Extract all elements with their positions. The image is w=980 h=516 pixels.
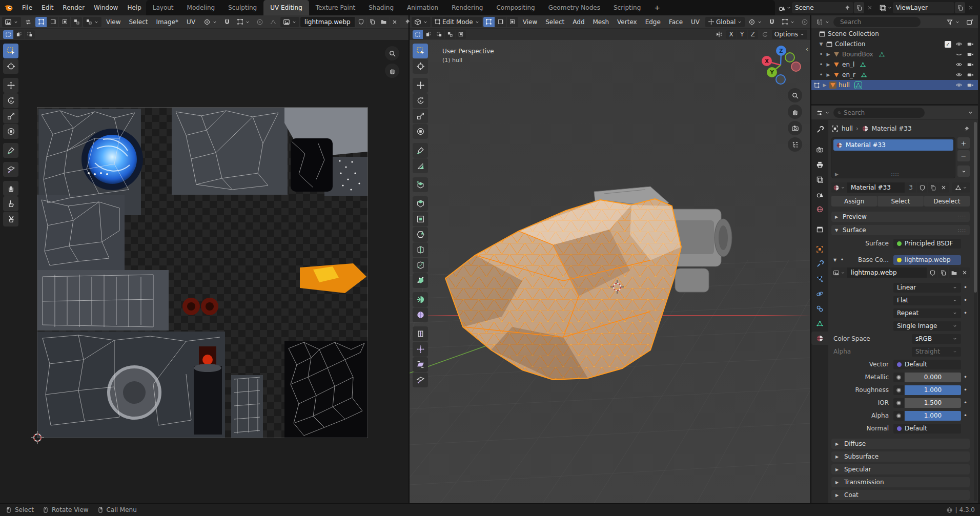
camera-visibility-icon[interactable] [967, 51, 974, 58]
mirror-z-button[interactable]: Z [748, 30, 758, 39]
tab-scripting[interactable]: Scripting [607, 0, 647, 15]
options-dropdown[interactable]: Options [772, 30, 807, 39]
outliner-filter-dropdown[interactable] [944, 17, 963, 27]
tab-geometry-nodes[interactable]: Geometry Nodes [542, 0, 607, 15]
uv-menu-select[interactable]: Select [125, 18, 151, 26]
add-workspace-button[interactable]: + [647, 0, 667, 15]
tab-scene[interactable] [811, 188, 828, 201]
vp-tool-transform[interactable] [413, 124, 428, 139]
vp-tool-knife[interactable] [413, 258, 428, 273]
slot-specials-dropdown[interactable] [957, 166, 970, 177]
expand-caret[interactable]: ▶ [822, 82, 827, 88]
scrollbar-thumb[interactable] [974, 122, 977, 293]
outliner-row-boundbox[interactable]: • ▶ BoundBox [811, 49, 978, 59]
vp-menu-view[interactable]: View [519, 18, 541, 26]
material-slot-active[interactable]: Material #33 [833, 139, 953, 151]
uv-tool-cursor[interactable] [3, 59, 18, 74]
tab-rendering[interactable]: Rendering [445, 0, 489, 15]
vp-tool-rotate[interactable] [413, 93, 428, 108]
extension-dropdown[interactable]: Repeat [893, 308, 961, 318]
uv-selectmode-extend-button[interactable] [14, 30, 24, 39]
panel-preview[interactable]: ▶ Preview :::: [831, 212, 970, 222]
menu-render[interactable]: Render [58, 0, 89, 15]
tab-sculpting[interactable]: Sculpting [221, 0, 263, 15]
uv-proportional-falloff-dropdown[interactable] [267, 17, 279, 27]
eye-icon[interactable] [955, 71, 963, 78]
tab-modifiers[interactable] [811, 257, 828, 271]
uv-tool-move[interactable] [3, 78, 18, 93]
browse-image-button[interactable] [831, 267, 847, 278]
tab-physics[interactable] [811, 287, 828, 300]
vp-tool-shrink-fatten[interactable] [413, 342, 428, 357]
roughness-decorator[interactable] [893, 385, 904, 395]
vp-tool-edge-slide[interactable] [413, 326, 428, 341]
eye-icon[interactable] [955, 81, 963, 89]
tab-modeling[interactable]: Modeling [180, 0, 222, 15]
unlink-material-x-icon[interactable] [938, 182, 949, 193]
select-mode-face-button[interactable] [507, 17, 518, 27]
uv-tool-scale[interactable] [3, 109, 18, 123]
collection-expand-caret[interactable]: ▼ [819, 42, 824, 47]
scene-icon[interactable] [778, 4, 791, 12]
expand-caret[interactable]: ▶ [826, 62, 831, 67]
panel-surface[interactable]: ▼ Surface :::: [831, 225, 970, 235]
expand-caret[interactable]: ▶ [826, 72, 831, 77]
vp-menu-mesh[interactable]: Mesh [589, 18, 613, 26]
select-mode-vert-button[interactable] [483, 17, 495, 27]
interpolation-dropdown[interactable]: Linear [893, 283, 961, 293]
vp-menu-select[interactable]: Select [542, 18, 568, 26]
panel-specular[interactable]: ▶Specular [831, 464, 970, 474]
tab-world[interactable] [811, 202, 828, 216]
vp-tool-smooth[interactable] [413, 307, 428, 322]
vp-tool-annotate[interactable] [413, 143, 428, 158]
tab-collection[interactable] [811, 222, 828, 236]
uv-menu-image[interactable]: Image* [153, 18, 182, 26]
uv-editor-type-button[interactable] [2, 17, 21, 27]
vp-tool-measure[interactable] [413, 158, 428, 173]
unlink-image-x-icon[interactable] [390, 17, 400, 27]
outliner-row-en-l[interactable]: • ▶ en_l [811, 59, 978, 70]
properties-options-chevron[interactable] [965, 108, 976, 118]
new-material-copy-icon[interactable] [928, 182, 938, 193]
vp-pivot-dropdown[interactable] [746, 17, 765, 27]
vp-selectmode-new-button[interactable] [413, 30, 423, 39]
menu-help[interactable]: Help [122, 0, 146, 15]
select-button[interactable]: Select [877, 196, 923, 207]
vp-selectmode-subtract-button[interactable] [434, 30, 444, 39]
outliner-row-hull[interactable]: ▶ hull [811, 80, 978, 90]
uv-selectmode-new-button[interactable] [3, 30, 13, 39]
uv-selectmode-subtract-button[interactable] [25, 30, 35, 39]
vp-snap-toggle[interactable] [766, 17, 778, 27]
tab-render[interactable] [811, 143, 828, 156]
tab-output[interactable] [811, 158, 828, 171]
uv-tool-relax[interactable] [3, 196, 18, 211]
vp-tool-cursor[interactable] [413, 59, 428, 74]
tab-object[interactable] [811, 242, 828, 256]
vp-menu-edge[interactable]: Edge [642, 18, 664, 26]
base-color-caret[interactable]: ▼ [831, 258, 839, 262]
vp-selectmode-invert-button[interactable] [445, 30, 455, 39]
unlink-image-x-icon[interactable] [959, 267, 970, 278]
tab-shading[interactable]: Shading [362, 0, 400, 15]
uv-sticky-select-dropdown[interactable] [83, 17, 101, 27]
properties-editor-type-button[interactable] [813, 108, 832, 118]
tab-view-layer[interactable] [811, 173, 828, 186]
ior-decorator[interactable] [893, 398, 904, 408]
source-dropdown[interactable]: Single Image [893, 321, 961, 331]
tab-material[interactable] [811, 332, 828, 345]
uv-menu-uv[interactable]: UV [183, 18, 199, 26]
menu-window[interactable]: Window [89, 0, 122, 15]
vp-snap-settings-dropdown[interactable] [779, 17, 798, 27]
blender-logo-icon[interactable] [0, 0, 17, 15]
browse-material-button[interactable] [831, 182, 847, 193]
uv-image-name-field[interactable]: lightmap.webp [300, 17, 355, 27]
breadcrumb-material[interactable]: Material #33 [872, 125, 912, 132]
vp-menu-face[interactable]: Face [665, 18, 686, 26]
panel-transmission[interactable]: ▶Transmission [831, 477, 970, 487]
open-image-folder-icon[interactable] [949, 267, 959, 278]
users-count-button[interactable]: 3 [905, 182, 916, 193]
panel-coat[interactable]: ▶Coat [831, 490, 970, 500]
vp-tool-bevel[interactable] [413, 227, 428, 242]
vp-tool-poly-build[interactable] [413, 273, 428, 288]
vp-tool-spin[interactable] [413, 292, 428, 307]
